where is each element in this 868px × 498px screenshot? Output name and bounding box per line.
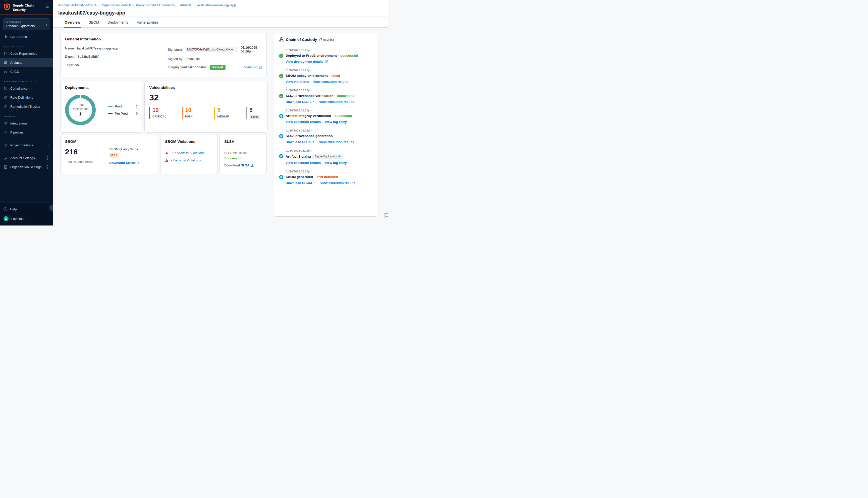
digest-row: Digest: 8d23bd3b5d8f <box>65 54 168 59</box>
download-slsa-link[interactable]: Download SLSA <box>286 140 315 144</box>
app-title: Supply Chain Security <box>13 3 44 12</box>
breadcrumb-account[interactable]: Account: Automation-SSCA <box>58 3 97 7</box>
project-name: Product Exploratory <box>6 24 44 28</box>
severity-critical: 12 CRITICAL <box>149 107 166 119</box>
rocket-icon <box>3 35 8 39</box>
signed-by-chip: Signed by Lavakush <box>312 154 343 159</box>
general-information-card: General Information Name: lavakush07/eas… <box>60 32 267 77</box>
breadcrumb-separator-icon: › <box>99 3 100 7</box>
signature-row: Signature: MEQCICde2VjIT...bL+2+mqnOXw==… <box>168 46 262 53</box>
custody-event-deployed: 01/16/2025 03:27pm Deployed to Prod2 env… <box>279 49 372 69</box>
event-status: successful <box>337 94 355 97</box>
download-slsa-link[interactable]: Download SLSA <box>286 100 315 104</box>
vulnerabilities-card: Vulnerabilities 32 12 CRITICAL 10 HIGH 5 <box>144 81 268 132</box>
download-slsa-link[interactable]: Download SLSA <box>224 163 254 167</box>
info-icon[interactable]: i <box>46 166 49 169</box>
custody-event-sbom-generated: 01/16/2025 03:25pm SBOM generated - drif… <box>279 170 372 190</box>
view-log-entry-link[interactable]: View log entry <box>325 120 347 124</box>
project-selector[interactable]: PROJECT Product Exploratory › <box>3 18 50 30</box>
left-column: General Information Name: lavakush07/eas… <box>60 32 267 174</box>
sidebar-item-project-settings[interactable]: Project Settings › <box>0 141 53 150</box>
view-execution-results-link[interactable]: View execution results <box>313 80 348 83</box>
view-log-entry-link[interactable]: View log entry <box>325 161 347 165</box>
breadcrumb-organization[interactable]: Organization: default <box>102 3 131 7</box>
tab-overview[interactable]: Overview <box>60 17 85 27</box>
download-sbom-link[interactable]: Download SBOM <box>286 181 316 185</box>
sidebar-item-help[interactable]: ? Help <box>0 205 53 214</box>
sidebar-bottom: ? Help L Lavakush <box>0 202 53 225</box>
severity-low: 5 LOW <box>246 107 263 119</box>
slsa-verification-label: SLSA Verification <box>224 151 262 155</box>
tags-value: v5 <box>75 63 79 67</box>
event-status: failed <box>331 74 340 78</box>
severity-high: 10 HIGH <box>182 107 198 119</box>
deploy-event-icon <box>279 54 283 58</box>
tab-vulnerabilities[interactable]: Vulnerabilities <box>132 17 163 27</box>
sidebar-item-pipelines[interactable]: Pipelines <box>0 128 53 137</box>
sidebar-item-compliance[interactable]: Compliance <box>0 84 53 93</box>
download-icon <box>312 141 315 143</box>
general-information-title: General Information <box>65 37 262 41</box>
custody-event-artifact-signing: 01/16/2025 03:26pm Artifact Signing Sign… <box>279 149 372 170</box>
deny-list-violations-link[interactable]: 2 Deny list Violations <box>170 158 201 162</box>
help-icon: ? <box>3 207 7 211</box>
event-title: Deployed to Prod2 environment - <box>286 54 339 57</box>
breadcrumb-separator-icon: › <box>177 3 178 7</box>
event-title: SLSA provenance verification - <box>286 94 336 97</box>
sidebar-item-rule-definitions[interactable]: Rule Definitions <box>0 93 53 102</box>
sidebar-item-cicd[interactable]: CI/CD <box>0 67 53 76</box>
policy-event-icon <box>279 74 283 78</box>
sidebar-item-artifacts[interactable]: Artifacts <box>0 58 53 67</box>
breadcrumb-separator-icon: › <box>193 3 194 7</box>
legend-prod: Prod 1 <box>108 104 138 108</box>
event-timestamp: 01/16/2025 03:27pm <box>286 69 372 72</box>
sidebar-item-code-repositories[interactable]: Code Repositories <box>0 49 53 58</box>
signature-value: MEQCICde2VjIT...bL+2+mqnOXw== <box>185 47 238 52</box>
sidebar-item-organization-settings[interactable]: Organization Settings i <box>0 163 53 172</box>
shield-check-icon <box>3 87 8 91</box>
download-icon <box>137 161 140 165</box>
sidebar-item-remediation-tracker[interactable]: Remediation Tracker <box>0 102 53 111</box>
view-execution-results-link[interactable]: View execution results <box>319 100 354 104</box>
tab-deployments[interactable]: Deployments <box>103 17 133 27</box>
sbom-total-label: Total Dependencies <box>65 160 109 163</box>
deployments-legend: Prod 1 Pre Prod 0 <box>108 101 138 119</box>
project-icon <box>6 21 9 23</box>
view-execution-results-link[interactable]: View execution results <box>320 181 355 185</box>
events-count: (7 events) <box>319 38 334 41</box>
breadcrumb-project[interactable]: Project: Product Exploratory <box>136 3 175 7</box>
breadcrumb-current[interactable]: lavakush07/easy-buggy-app <box>196 3 236 7</box>
view-execution-results-link[interactable]: View execution results <box>286 120 321 124</box>
view-execution-results-link[interactable]: View execution results <box>319 140 354 144</box>
event-status: drift detected <box>316 175 338 179</box>
digest-value: 8d23bd3b5d8f <box>78 55 99 58</box>
deployments-title: Deployments <box>65 86 138 90</box>
nav-divider <box>0 152 53 152</box>
view-violations-link[interactable]: View violations <box>286 80 309 83</box>
breadcrumb-artifacts[interactable]: Artifacts <box>180 3 191 7</box>
resource-center-chat-icon[interactable] <box>384 212 388 219</box>
app-switcher-grid-icon[interactable] <box>46 4 49 8</box>
allow-list-violations-link[interactable]: 637 Allow list Violations <box>170 151 205 155</box>
view-deployment-details-link[interactable]: View deployment details <box>286 60 328 64</box>
page-header: Account: Automation-SSCA › Organization:… <box>53 0 388 16</box>
sidebar-item-get-started[interactable]: Get Started <box>0 32 53 41</box>
external-link-icon <box>325 60 328 63</box>
view-log-link[interactable]: View log <box>244 65 262 69</box>
warning-icon <box>165 159 169 162</box>
generation-event-icon <box>279 134 283 138</box>
sbom-quality-score: 6.13 <box>109 153 119 158</box>
info-icon[interactable]: i <box>46 156 49 160</box>
sidebar-item-integrations[interactable]: Integrations <box>0 119 53 128</box>
view-execution-results-link[interactable]: View execution results <box>286 161 321 165</box>
tab-sbom[interactable]: SBOM <box>85 17 103 27</box>
event-timestamp: 01/16/2025 03:27pm <box>286 49 372 52</box>
sidebar-user[interactable]: L Lavakush <box>0 214 53 224</box>
breadcrumb: Account: Automation-SSCA › Organization:… <box>58 3 382 7</box>
event-title: SBOM policy enforcement - <box>286 74 330 78</box>
sidebar-item-account-settings[interactable]: Account Settings i <box>0 154 53 163</box>
legend-pre-prod: Pre Prod 0 <box>108 112 138 116</box>
sbom-violations-card: SBOM Violations 637 Allow list Violation… <box>160 135 218 174</box>
sidebar-nav: Get Started SUPPLY CHAIN Code Repositori… <box>0 31 53 202</box>
download-sbom-link[interactable]: Download SBOM <box>109 161 140 165</box>
